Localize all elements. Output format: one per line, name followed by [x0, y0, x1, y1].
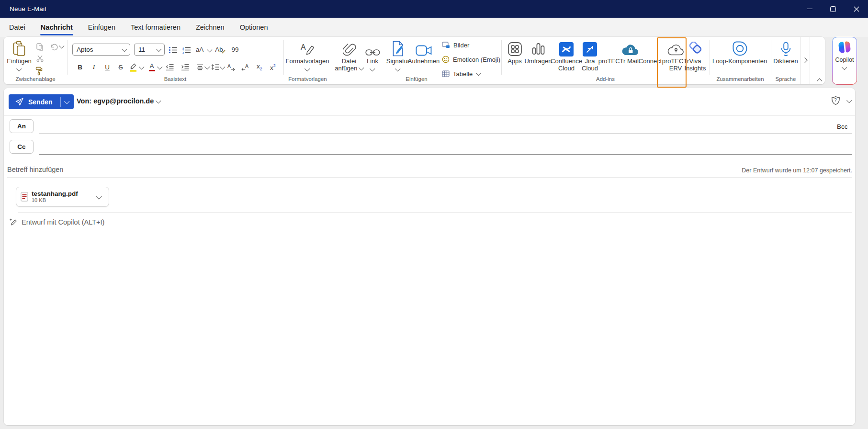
attachment-name: testanhang.pdf	[32, 190, 78, 197]
overflow-divider	[810, 37, 810, 84]
bullet-list-button[interactable]	[167, 44, 179, 56]
tab-text-formatieren[interactable]: Text formatieren	[130, 22, 181, 33]
increase-indent-button[interactable]	[179, 61, 191, 73]
from-chevron-icon[interactable]	[156, 98, 161, 103]
send-button-split: Senden	[9, 94, 74, 109]
font-name-select[interactable]: Aptos	[72, 44, 130, 56]
decrease-indent-button[interactable]	[163, 61, 176, 73]
undo-button[interactable]	[48, 41, 60, 53]
to-button[interactable]: An	[10, 119, 34, 133]
line-spacing-button[interactable]	[209, 61, 221, 73]
pictures-button[interactable]: Bilder	[442, 39, 469, 51]
tab-nachricht[interactable]: Nachricht	[40, 22, 74, 33]
from-selector[interactable]: Von: egvp@procilon.de	[77, 97, 154, 105]
subject-underline	[7, 178, 852, 178]
signature-icon	[392, 39, 405, 56]
tab-optionen[interactable]: Optionen	[239, 22, 269, 33]
undo-icon	[50, 44, 58, 51]
attachment-card[interactable]: testanhang.pdf 10 KB	[16, 187, 109, 207]
change-case-button[interactable]: aA	[192, 44, 207, 56]
group-label-formatvorlagen: Formatvorlagen	[283, 76, 332, 82]
group-label-addins: Add-ins	[501, 76, 710, 82]
italic-button[interactable]: I	[88, 61, 100, 73]
styles-chevron-icon	[305, 66, 310, 71]
close-button[interactable]	[845, 0, 868, 18]
numbered-list-icon: 123	[182, 46, 191, 54]
scissors-icon	[36, 55, 44, 62]
window-title: Neue E-Mail	[10, 5, 46, 12]
pdf-icon	[21, 192, 28, 202]
superscript-button[interactable]: x2	[267, 61, 279, 73]
compose-area: Senden Von: egvp@procilon.de ? An Bcc Cc…	[4, 88, 855, 425]
minimize-button[interactable]	[799, 0, 821, 18]
emoji-icon	[442, 56, 450, 63]
menu-bar: Datei Nachricht Einfügen Text formatiere…	[0, 18, 868, 37]
send-options-button[interactable]	[61, 94, 74, 109]
cut-button[interactable]	[34, 52, 46, 65]
collapse-ribbon-chevron-icon[interactable]	[817, 79, 822, 84]
strikethrough-button[interactable]: S	[114, 61, 127, 73]
highlight-chevron-icon[interactable]	[139, 64, 144, 69]
message-body-input[interactable]	[9, 232, 850, 418]
tab-einfuegen[interactable]: Einfügen	[87, 22, 116, 33]
shield-question-icon: ?	[831, 96, 840, 105]
tab-datei[interactable]: Datei	[8, 22, 26, 33]
clear-formatting-button[interactable]: Ab	[214, 44, 226, 56]
cc-input[interactable]	[39, 140, 852, 154]
ribbon: Einfügen Zwischenablage Aptos 11	[4, 37, 825, 84]
underline-button[interactable]: U	[101, 61, 113, 73]
group-divider	[67, 40, 68, 75]
format-painter-icon	[35, 67, 43, 76]
tab-zeichnen[interactable]: Zeichnen	[195, 22, 225, 33]
header-options-chevron-icon[interactable]	[846, 98, 852, 103]
link-icon	[365, 39, 380, 56]
font-color-icon: A	[149, 63, 155, 71]
subscript-button[interactable]: x2	[253, 61, 266, 73]
ribbon-overflow-chevron-icon[interactable]	[802, 57, 807, 63]
copy-button[interactable]	[34, 41, 46, 53]
font-size-chevron-icon	[156, 46, 161, 52]
format-painter-button[interactable]	[33, 65, 45, 77]
highlighter-icon	[129, 63, 137, 72]
to-input[interactable]	[39, 119, 824, 133]
font-color-button[interactable]: A	[146, 61, 158, 73]
styles-icon: A	[300, 39, 315, 56]
copilot-button[interactable]: Copilot	[832, 37, 857, 85]
eraser-icon	[222, 50, 225, 54]
numbered-list-button[interactable]: 123	[180, 44, 192, 56]
bold-button[interactable]: B	[74, 61, 86, 73]
row-divider	[4, 115, 855, 116]
attachment-size: 10 KB	[32, 197, 78, 203]
maximize-button[interactable]	[822, 0, 844, 18]
copy-icon	[36, 43, 44, 51]
attachment-chevron-icon[interactable]	[96, 193, 102, 199]
subject-input[interactable]: Betreff hinzufügen	[7, 166, 63, 173]
send-button[interactable]: Senden	[9, 94, 60, 109]
align-button[interactable]	[193, 61, 206, 73]
draft-with-copilot-button[interactable]: Entwurf mit Copilot (ALT+I)	[9, 218, 104, 226]
draft-saved-status: Der Entwurf wurde um 12:07 gespeichert.	[742, 167, 852, 174]
microphone-icon	[780, 39, 791, 56]
font-size-select[interactable]: 11	[134, 44, 165, 56]
group-divider	[710, 40, 710, 75]
quote-button[interactable]: 99	[229, 44, 241, 56]
bcc-toggle[interactable]: Bcc	[837, 123, 848, 130]
cc-button[interactable]: Cc	[10, 140, 34, 154]
poll-chart-icon	[532, 39, 545, 56]
change-case-chevron-icon[interactable]	[207, 47, 212, 52]
text-highlight-button[interactable]	[127, 61, 139, 73]
loop-icon	[732, 39, 748, 56]
attachment-divider	[18, 212, 852, 213]
pictures-icon	[442, 42, 450, 48]
send-chevron-icon	[65, 99, 70, 104]
message-help-button[interactable]: ?	[831, 96, 840, 107]
rtl-direction-button[interactable]: A	[239, 61, 251, 73]
link-chevron-icon	[370, 66, 375, 71]
emoji-button[interactable]: Emoticon (Emoji)	[442, 54, 500, 65]
video-camera-icon	[416, 39, 432, 56]
ltr-direction-button[interactable]: A	[225, 61, 237, 73]
svg-text:?: ?	[834, 98, 837, 103]
font-color-chevron-icon[interactable]	[157, 64, 162, 69]
bullet-list-icon	[169, 46, 177, 54]
apps-icon	[507, 39, 522, 56]
